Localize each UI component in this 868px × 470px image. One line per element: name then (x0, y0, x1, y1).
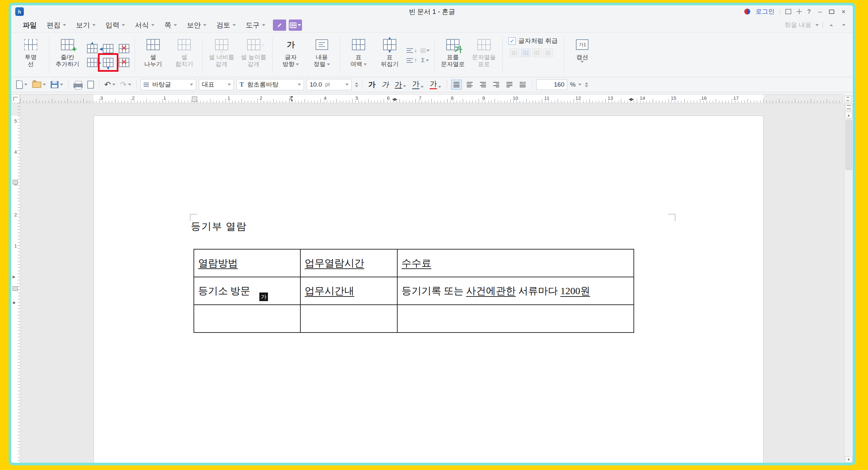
zoom-input[interactable]: 160 (536, 79, 567, 90)
login-link[interactable]: 로그인 (755, 7, 774, 16)
split-cell-button[interactable]: 셀 나누기 (137, 35, 169, 76)
align-divide-button[interactable] (517, 80, 528, 90)
cell-boundary-marker[interactable]: ◀▶ (392, 97, 397, 101)
new-document-button[interactable] (15, 79, 28, 91)
ruler-origin[interactable] (11, 94, 20, 103)
paragraph-style-select[interactable]: 바탕글 (141, 79, 196, 90)
vertical-scrollbar[interactable]: ▲ ▼ (844, 103, 853, 463)
document-area[interactable]: 등기부 열람 열람방법 업무열람시간 수수료 등기소 방문 업무시간내 등기기록… (20, 103, 844, 463)
font-size-input[interactable]: 10.0 pt (307, 79, 352, 90)
close-button[interactable]: × (840, 8, 847, 15)
table-cell[interactable]: 업무열람시간 (300, 249, 397, 277)
insert-row-above-button[interactable]: ▲ (84, 42, 100, 56)
split-view-button[interactable] (844, 96, 851, 102)
margin-marker[interactable]: ◆ (12, 301, 17, 305)
bold-button[interactable]: 가 (367, 80, 377, 89)
chevron-down-icon[interactable] (815, 24, 819, 26)
save-button[interactable] (50, 79, 64, 91)
transparent-line-button[interactable]: 투명 선 (15, 35, 46, 76)
highlight-color-button[interactable]: 가 (428, 79, 443, 90)
menu-edit[interactable]: 편집 (42, 18, 71, 32)
fullscreen-icon[interactable] (785, 9, 791, 14)
table-cell[interactable] (194, 305, 300, 333)
help-icon[interactable]: ? (807, 8, 811, 15)
align-left-button[interactable] (464, 80, 475, 90)
font-size-spinner[interactable] (355, 82, 358, 87)
italic-button[interactable]: 가 (380, 80, 390, 89)
undo-button[interactable]: ↶ (103, 79, 117, 91)
restore-button[interactable] (829, 9, 834, 14)
edit-ribbon-toggle[interactable] (273, 20, 286, 31)
table-cell[interactable]: 수수료 (397, 249, 634, 277)
menu-security[interactable]: 보안 (182, 18, 211, 32)
menu-review[interactable]: 검토 (211, 18, 241, 32)
font-select[interactable]: T 함초롬바탕 (237, 79, 304, 90)
preview-button[interactable] (86, 79, 95, 91)
top-margin-marker[interactable] (12, 180, 18, 184)
menu-view[interactable]: 보기 (71, 18, 100, 32)
table-ribbon-toggle[interactable] (289, 20, 302, 31)
menu-page[interactable]: 쪽 (159, 18, 182, 32)
table-margin-button[interactable]: 표 여백 (343, 35, 374, 76)
arrange-icon[interactable] (797, 9, 802, 14)
table-cell[interactable]: 등기소 방문 (194, 277, 300, 305)
table-flip-button[interactable]: ▲▼ 표 뒤집기 (374, 35, 405, 76)
align-distribute-button[interactable] (504, 80, 515, 90)
underline-button[interactable]: 가 (393, 80, 408, 89)
margin-marker[interactable]: ▶ (12, 275, 17, 279)
redo-button[interactable]: ↷ (119, 79, 132, 91)
scroll-split-button[interactable] (845, 104, 852, 110)
scrollbar-thumb[interactable] (845, 120, 852, 170)
insert-col-right-button-placeholder[interactable]: ▶ (84, 56, 100, 69)
horizontal-ruler[interactable]: 3 2 1 1 2 3 4 5 6 7 8 9 10 11 12 13 14 1… (20, 94, 843, 103)
content-align-button[interactable]: 내용 정렬 (306, 35, 337, 76)
insert-row-below-button[interactable]: ▼ (100, 56, 116, 69)
indent-marker[interactable]: ▼▲ (290, 96, 294, 101)
treat-as-char-checkbox[interactable] (508, 37, 516, 45)
open-button[interactable] (31, 79, 47, 91)
menu-format[interactable]: 서식 (130, 18, 159, 32)
document-page[interactable]: 등기부 열람 열람방법 업무열람시간 수수료 등기소 방문 업무시간내 등기기록… (94, 116, 764, 463)
chevron-down-icon[interactable] (578, 83, 582, 86)
document-heading[interactable]: 등기부 열람 (191, 220, 247, 233)
find-input[interactable]: 찾을 내용 (785, 21, 811, 29)
font-color-button[interactable]: 가 (410, 79, 425, 90)
find-next-button[interactable] (840, 22, 848, 29)
align-justify-button[interactable] (451, 80, 462, 90)
sort-descending-button[interactable]: ↑ (405, 56, 418, 65)
sort-ascending-button[interactable]: ↓ (405, 45, 418, 56)
align-right-button[interactable] (491, 80, 501, 90)
caption-button[interactable]: 가1 캡션 (567, 35, 598, 76)
print-button[interactable] (72, 79, 84, 91)
table-to-text-button[interactable]: 가 표를 문자열로 (437, 35, 468, 76)
scroll-down-button[interactable]: ▼ (845, 456, 852, 463)
add-rowcol-button[interactable]: + 줄/칸 추가하기 (52, 35, 83, 76)
delete-row-button[interactable]: ✕ (116, 42, 132, 56)
table-cell[interactable] (300, 305, 397, 333)
style-set-select[interactable]: 대표 (199, 79, 234, 90)
margin-marker[interactable] (192, 97, 197, 102)
table-cell[interactable] (397, 305, 634, 333)
minimize-button[interactable]: – (816, 8, 824, 15)
ruler-number: 7 (415, 95, 425, 101)
scroll-up-button[interactable]: ▲ (845, 112, 852, 118)
chart-button[interactable] (418, 45, 432, 56)
formula-button[interactable]: Σ (418, 56, 432, 65)
vertical-ruler[interactable]: 5 4 3 2 1 ▶ ◆ (11, 103, 20, 463)
find-previous-button[interactable] (827, 22, 836, 29)
char-direction-button[interactable]: 가 글자 방향 (275, 35, 306, 76)
cell-boundary-marker[interactable]: ◀▶ (628, 97, 633, 101)
menu-file[interactable]: 파일 (18, 18, 42, 32)
account-icon[interactable] (744, 9, 750, 14)
delete-col-button[interactable]: ✕ (116, 56, 132, 69)
insert-col-left-button[interactable]: ◀ (100, 42, 116, 56)
table-cell[interactable]: 등기기록 또는 사건에관한 서류마다 1200원 (397, 277, 634, 305)
zoom-spinner[interactable] (585, 82, 588, 87)
menu-tools[interactable]: 도구 (241, 18, 270, 32)
align-center-button[interactable] (478, 80, 488, 90)
document-table[interactable]: 열람방법 업무열람시간 수수료 등기소 방문 업무시간내 등기기록 또는 사건에… (193, 249, 634, 333)
table-cell[interactable]: 업무시간내 (300, 277, 397, 305)
table-cell[interactable]: 열람방법 (194, 249, 300, 277)
margin-marker[interactable] (12, 286, 18, 291)
menu-input[interactable]: 입력 (100, 18, 130, 32)
